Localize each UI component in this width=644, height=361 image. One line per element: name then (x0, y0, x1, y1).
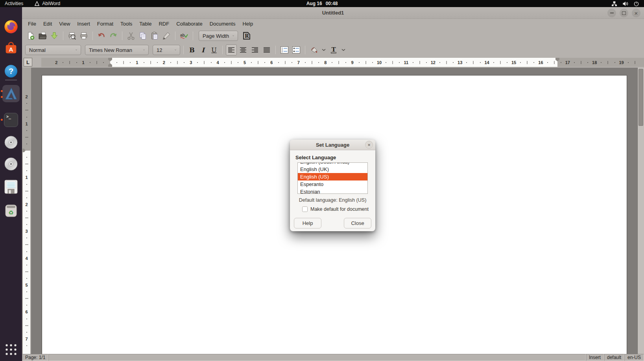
dock-item-ubuntu-software[interactable]: A (4, 41, 18, 56)
help-button[interactable]: Help (294, 218, 321, 228)
clock-time: 00:48 (326, 1, 338, 6)
underline-button[interactable]: U (209, 45, 219, 55)
redo-button[interactable] (108, 30, 119, 41)
maximize-button[interactable] (620, 9, 628, 17)
set-language-dialog: Set Language × Select Language English (… (290, 140, 375, 231)
volume-icon (622, 1, 628, 7)
print-preview-icon (68, 31, 76, 40)
save-button[interactable] (49, 30, 60, 41)
svg-text:T: T (331, 46, 336, 53)
desktop: Activities AbiWord Aug 16 00:48 (0, 0, 644, 361)
running-indicator (1, 119, 3, 121)
menu-file[interactable]: File (24, 20, 40, 28)
language-option-english-south-africa[interactable]: English (South Africa) (298, 162, 367, 166)
numbered-list-icon: 12 (280, 46, 288, 53)
tab-stop-selector[interactable]: L (24, 58, 32, 66)
copy-button[interactable] (137, 30, 148, 41)
align-right-button[interactable] (249, 44, 260, 55)
app-menu-button[interactable]: AbiWord (34, 1, 60, 6)
paste-icon (150, 31, 159, 40)
print-preview-button[interactable] (66, 30, 78, 41)
dock-item-terminal[interactable]: >_ (4, 113, 18, 127)
ruler-band: 2112345678910111213141516171819 (41, 58, 644, 67)
dock-item-help[interactable]: ? (4, 64, 18, 78)
activities-button[interactable]: Activities (5, 1, 23, 6)
highlight-color-dropdown[interactable] (320, 44, 327, 55)
font-size-select[interactable]: 12 (153, 45, 180, 55)
language-option-english-us[interactable]: English (US) (298, 173, 367, 180)
clock-date: Aug 16 (306, 1, 322, 6)
window-titlebar[interactable]: Untitled1 × (22, 7, 644, 19)
menu-documents[interactable]: Documents (206, 20, 239, 28)
close-button[interactable]: Close (344, 218, 371, 228)
align-right-icon (251, 47, 259, 53)
menu-edit[interactable]: Edit (40, 20, 55, 28)
spellcheck-button[interactable]: ab (179, 30, 190, 41)
undo-button[interactable] (96, 30, 107, 41)
font-select[interactable]: Times New Roman (85, 45, 149, 55)
minimize-icon (610, 13, 614, 13)
new-document-button[interactable] (25, 30, 36, 41)
system-status-area[interactable] (611, 1, 644, 7)
window-close-button[interactable]: × (632, 9, 640, 17)
menu-collaborate[interactable]: Collaborate (173, 20, 206, 28)
cut-button[interactable] (125, 30, 137, 41)
abiword-logo-icon (34, 1, 40, 6)
print-icon (79, 31, 88, 40)
trash-icon: ♻ (4, 204, 18, 218)
dialog-title: Set Language (316, 142, 349, 148)
dialog-titlebar[interactable]: Set Language × (290, 140, 375, 150)
highlight-color-button[interactable] (308, 44, 319, 55)
menu-view[interactable]: View (55, 20, 74, 28)
menu-format[interactable]: Format (94, 20, 117, 28)
insert-mode-indicator[interactable]: Insert (586, 354, 604, 361)
font-color-button[interactable]: T (328, 44, 339, 55)
menu-help[interactable]: Help (239, 20, 256, 28)
make-default-checkbox[interactable] (302, 206, 308, 212)
print-button[interactable] (78, 30, 89, 41)
menu-tools[interactable]: Tools (117, 20, 136, 28)
dock-item-floppy[interactable] (4, 179, 18, 194)
dock-item-trash[interactable]: ♻ (4, 204, 18, 218)
dock-item-show-applications[interactable] (6, 344, 17, 355)
toolbar-separator (63, 31, 63, 40)
running-indicator (1, 96, 3, 98)
dock-item-disc-2[interactable] (4, 157, 18, 171)
make-default-row[interactable]: Make default for document (302, 206, 369, 212)
italic-button[interactable]: I (198, 45, 208, 55)
menu-rdf[interactable]: RDF (155, 20, 173, 28)
zoom-select[interactable]: Page Width (199, 31, 238, 41)
font-color-dropdown[interactable] (340, 44, 347, 55)
language-option-english-uk[interactable]: English (UK) (298, 166, 367, 173)
numbered-list-button[interactable]: 12 (279, 44, 290, 55)
menu-insert[interactable]: Insert (74, 20, 94, 28)
align-justify-button[interactable] (261, 44, 272, 55)
format-toolbar: Normal Times New Roman 12 B I U (22, 43, 644, 57)
open-button[interactable] (37, 30, 48, 41)
style-indicator: default (604, 354, 624, 361)
stylus-button[interactable] (161, 30, 172, 41)
dock-item-firefox[interactable] (4, 19, 18, 34)
paste-button[interactable] (149, 30, 160, 41)
vertical-scrollbar[interactable] (637, 68, 644, 354)
language-option-estonian[interactable]: Estonian (298, 188, 367, 194)
disc-icon (4, 157, 18, 171)
align-left-button[interactable] (226, 44, 237, 55)
rdf-button[interactable]: R (241, 30, 252, 41)
copy-icon (138, 31, 147, 40)
dialog-close-button[interactable]: × (365, 141, 373, 149)
dock-item-disc-1[interactable] (4, 135, 18, 149)
bold-button[interactable]: B (187, 45, 197, 55)
svg-text:R: R (245, 33, 249, 39)
spellcheck-icon: ab (180, 31, 188, 40)
scrollbar-thumb[interactable] (638, 69, 643, 126)
language-option-esperanto[interactable]: Esperanto (298, 180, 367, 188)
dock-item-abiword[interactable] (2, 85, 20, 102)
align-center-button[interactable] (238, 44, 249, 55)
clock-button[interactable]: Aug 16 00:48 (306, 1, 338, 6)
language-list[interactable]: English (South Africa)English (UK)Englis… (297, 162, 368, 194)
menu-table[interactable]: Table (136, 20, 155, 28)
minimize-button[interactable] (607, 9, 616, 17)
bulleted-list-button[interactable] (291, 44, 302, 55)
style-select[interactable]: Normal (25, 45, 81, 55)
